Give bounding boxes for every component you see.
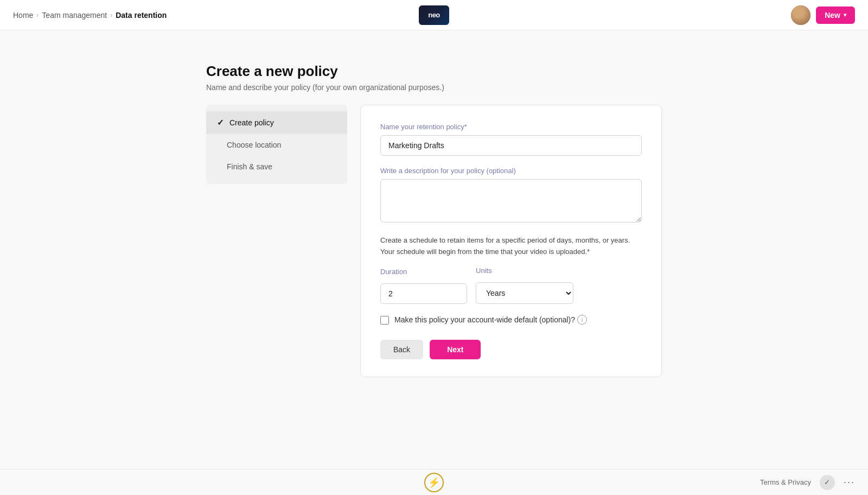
policy-name-label: Name your retention policy*: [380, 123, 642, 131]
step-finish-save-label: Finish & save: [227, 162, 272, 171]
step-choose-location[interactable]: Choose location: [206, 134, 347, 156]
button-row: Back Next: [380, 340, 642, 359]
policy-name-group: Name your retention policy*: [380, 123, 642, 156]
header-right: New ▾: [791, 5, 855, 25]
page-title: Create a new policy: [206, 63, 662, 80]
step-choose-location-label: Choose location: [227, 141, 281, 149]
breadcrumb-team-management[interactable]: Team management: [42, 11, 107, 20]
breadcrumb-sep-2: ›: [110, 11, 112, 19]
footer-check-icon[interactable]: ✓: [820, 475, 835, 490]
policy-name-input[interactable]: [380, 135, 642, 156]
schedule-description: Create a schedule to retain items for a …: [380, 235, 642, 258]
next-button[interactable]: Next: [430, 340, 481, 359]
policy-description-label: Write a description for your policy (opt…: [380, 167, 642, 175]
header: Home › Team management › Data retention …: [0, 0, 868, 30]
units-select[interactable]: Days Months Years: [476, 282, 573, 304]
duration-input[interactable]: [380, 283, 467, 304]
checkbox-label[interactable]: Make this policy your account-wide defau…: [394, 315, 575, 324]
page-subtitle: Name and describe your policy (for your …: [206, 83, 662, 92]
footer: ⚡ Terms & Privacy ✓ ···: [0, 469, 868, 495]
units-label: Units: [476, 266, 573, 275]
footer-center: ⚡: [424, 473, 444, 492]
duration-col: Duration: [380, 268, 467, 304]
back-button[interactable]: Back: [380, 340, 423, 359]
steps-sidebar: ✓ Create policy Choose location Finish &…: [206, 105, 347, 184]
chevron-down-icon: ▾: [844, 12, 846, 18]
avatar[interactable]: [791, 5, 810, 25]
step-create-policy-label: Create policy: [229, 118, 274, 127]
policy-description-group: Write a description for your policy (opt…: [380, 167, 642, 224]
new-button[interactable]: New ▾: [816, 7, 855, 24]
step-create-policy[interactable]: ✓ Create policy: [206, 111, 347, 134]
info-icon[interactable]: i: [577, 315, 587, 325]
breadcrumb-current: Data retention: [116, 11, 167, 20]
content-layout: ✓ Create policy Choose location Finish &…: [206, 105, 662, 377]
policy-description-textarea[interactable]: [380, 179, 642, 223]
footer-more-icon[interactable]: ···: [844, 477, 855, 488]
logo-text: neo: [428, 11, 440, 19]
duration-row: Duration Units Days Months Years: [380, 266, 642, 304]
breadcrumb: Home › Team management › Data retention: [13, 11, 167, 20]
step-check-icon: ✓: [217, 118, 224, 128]
breadcrumb-sep-1: ›: [36, 11, 39, 19]
page-header: Create a new policy Name and describe yo…: [206, 63, 662, 92]
lightning-symbol: ⚡: [428, 477, 440, 488]
avatar-image: [791, 5, 810, 25]
default-policy-checkbox[interactable]: [380, 316, 389, 325]
checkbox-row: Make this policy your account-wide defau…: [380, 315, 642, 325]
units-col: Units Days Months Years: [476, 266, 573, 304]
lightning-icon[interactable]: ⚡: [424, 473, 444, 492]
duration-label: Duration: [380, 268, 467, 276]
form-card: Name your retention policy* Write a desc…: [360, 105, 662, 377]
footer-right: Terms & Privacy ✓ ···: [760, 475, 855, 490]
checkbox-label-row: Make this policy your account-wide defau…: [394, 315, 587, 325]
breadcrumb-home[interactable]: Home: [13, 11, 33, 20]
new-button-label: New: [825, 11, 840, 20]
terms-privacy-link[interactable]: Terms & Privacy: [760, 478, 811, 486]
logo[interactable]: neo: [419, 5, 449, 25]
step-finish-save[interactable]: Finish & save: [206, 156, 347, 177]
main-content: Create a new policy Name and describe yo…: [0, 30, 868, 399]
